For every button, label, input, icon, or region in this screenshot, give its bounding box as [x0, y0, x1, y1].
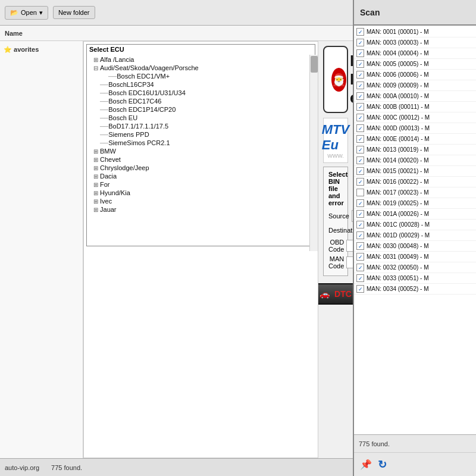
tree-leaf-bosch-edc15[interactable]: - ── Bosch EDC1 /VM+	[99, 72, 311, 80]
pin-icon[interactable]: 📌	[360, 459, 372, 470]
scan-checkbox[interactable]: ✓	[356, 114, 364, 121]
tree-node-alfa[interactable]: ⊞ Alfa /Lancia	[90, 55, 311, 64]
scan-list-item[interactable]: ✓MAN: 001C (00028) - M	[354, 220, 476, 230]
tree-node-chrysler[interactable]: ⊞ Chrysl odge/Jeep	[90, 164, 311, 172]
scan-header: Scan	[354, 0, 476, 26]
scan-checkbox[interactable]: ✓	[356, 49, 364, 57]
dtc-remove-button[interactable]: 🚗 DTC	[318, 283, 353, 305]
scan-checkbox[interactable]: ✓	[356, 28, 364, 36]
obd-input[interactable]	[346, 240, 353, 252]
scan-list-item[interactable]: ✓MAN: 0016 (00022) - M	[354, 177, 476, 187]
scan-checkbox[interactable]: ✓	[356, 285, 364, 293]
scan-list-item[interactable]: ✓MAN: 0001 (00001) - M	[354, 27, 476, 37]
open-button[interactable]: 📂 Open ▾	[5, 6, 48, 20]
expand-icon-audi: ⊟	[92, 65, 100, 71]
scan-list-item[interactable]: ✓MAN: 0005 (00005) - M	[354, 59, 476, 70]
scan-item-text: MAN: 0015 (00021) - M	[367, 168, 474, 174]
scan-checkbox[interactable]: ✓	[356, 124, 364, 132]
tree-scrollbar[interactable]	[309, 55, 318, 251]
scan-list-item[interactable]: ✓MAN: 0009 (00009) - M	[354, 80, 476, 91]
tree-leaf-simos-pcr[interactable]: ── Sieme Simos PCR2.1	[99, 139, 311, 147]
tree-node-dacia[interactable]: ⊞ Dacia	[90, 172, 311, 180]
scan-list-item[interactable]: ✓MAN: 0019 (00025) - M	[354, 198, 476, 209]
scan-list-item[interactable]: MAN: 0017 (00023) - M	[354, 187, 476, 198]
refresh-icon[interactable]: ↻	[378, 458, 387, 471]
destination-label: Destination	[328, 227, 353, 234]
tree-node-audi[interactable]: ⊟ Audi/Seat/Skoda/Vo agen/Porsche	[90, 64, 311, 72]
tree-leaf-siemens-ppd[interactable]: ── Siemens PPD	[99, 130, 311, 139]
tree-leaf-bosch-edc17cp[interactable]: ── Bosch EDC1 P14/CP20	[99, 105, 311, 114]
scan-checkbox[interactable]: ✓	[356, 264, 364, 271]
scan-list-item[interactable]: ✓MAN: 000E (00014) - M	[354, 134, 476, 145]
scan-list-item[interactable]: ✓MAN: 0034 (00052) - M	[354, 284, 476, 295]
scan-checkbox[interactable]: ✓	[356, 199, 364, 207]
scan-checkbox[interactable]: ✓	[356, 71, 364, 79]
expand-icon-bmw: ⊞	[92, 148, 100, 155]
tree-leaf-bosch-17[interactable]: ── Bo D17.1/17.1.1/17.5	[99, 122, 311, 130]
scan-list-item[interactable]: ✓MAN: 000B (00011) - M	[354, 102, 476, 112]
tree-leaf-bosch-ul16[interactable]: ── Bosch L16CP34	[99, 80, 311, 89]
obd-row: OBD Code	[328, 239, 343, 253]
scan-list-item[interactable]: ✓MAN: 001A (00026) - M	[354, 209, 476, 220]
scan-item-text: MAN: 0017 (00023) - M	[367, 189, 474, 196]
tree-leaf-bosch-edc17c46[interactable]: ── Bosch EDC17C46	[99, 97, 311, 105]
scan-item-text: MAN: 0006 (00006) - M	[367, 71, 474, 78]
scan-checkbox[interactable]: ✓	[356, 146, 364, 154]
scan-checkbox[interactable]: ✓	[356, 210, 364, 218]
scan-list-item[interactable]: ✓MAN: 000D (00013) - M	[354, 123, 476, 134]
scan-checkbox[interactable]: ✓	[356, 135, 364, 143]
ecu-tree[interactable]: ⊞ Alfa /Lancia ⊟ Audi/Seat/Skoda/Vo agen…	[89, 54, 312, 245]
scan-checkbox[interactable]: ✓	[356, 274, 364, 282]
man-input[interactable]	[346, 256, 353, 268]
scan-checkbox[interactable]: ✓	[356, 156, 364, 164]
scan-checkbox[interactable]: ✓	[356, 92, 364, 100]
scan-checkbox[interactable]: ✓	[356, 231, 364, 239]
scan-checkbox[interactable]: ✓	[356, 242, 364, 250]
new-folder-button[interactable]: New folder	[53, 6, 95, 19]
scan-checkbox[interactable]: ✓	[356, 60, 364, 68]
scan-list-item[interactable]: ✓MAN: 0032 (00050) - M	[354, 262, 476, 273]
main-window: 📂 Open ▾ New folder Name ⭐ avorites Sele…	[0, 0, 353, 476]
content-area: ⭐ avorites Select ECU ⊞ Alfa /Lancia ⊟ A…	[0, 41, 353, 458]
scan-list-item[interactable]: ✓MAN: 0030 (00048) - M	[354, 241, 476, 252]
scan-list-item[interactable]: ✓MAN: 001D (00029) - M	[354, 230, 476, 241]
scan-list[interactable]: ✓MAN: 0001 (00001) - M✓MAN: 0003 (00003)…	[354, 26, 476, 434]
scan-checkbox[interactable]: ✓	[356, 253, 364, 261]
scan-item-text: MAN: 001A (00026) - M	[367, 211, 474, 217]
destination-row: Destination ...	[328, 224, 343, 236]
tree-node-iveco[interactable]: ⊞ Ivec	[90, 197, 311, 205]
scan-list-item[interactable]: ✓MAN: 0033 (00051) - M	[354, 273, 476, 284]
scan-checkbox[interactable]: ✓	[356, 178, 364, 186]
scan-checkbox[interactable]: ✓	[356, 39, 364, 46]
scan-list-item[interactable]: ✓MAN: 0013 (00019) - M	[354, 145, 476, 155]
scan-item-text: MAN: 0009 (00009) - M	[367, 82, 474, 89]
scan-checkbox[interactable]: ✓	[356, 167, 364, 175]
tree-node-bmw[interactable]: ⊞ BMW	[90, 147, 311, 155]
scan-item-text: MAN: 0030 (00048) - M	[367, 243, 474, 249]
scan-item-text: MAN: 0014 (00020) - M	[367, 157, 474, 164]
scan-list-item[interactable]: ✓MAN: 0006 (00006) - M	[354, 70, 476, 80]
scan-checkbox[interactable]	[356, 189, 364, 196]
tree-leaf-bosch-eu[interactable]: ── Bosch EU	[99, 114, 311, 122]
tree-node-ford[interactable]: ⊞ For	[90, 180, 311, 189]
scan-item-text: MAN: 0034 (00052) - M	[367, 286, 474, 292]
tree-node-hyundai[interactable]: ⊞ Hyund /Kia	[90, 189, 311, 197]
scan-list-item[interactable]: ✓MAN: 0004 (00004) - M	[354, 48, 476, 59]
scan-checkbox[interactable]: ✓	[356, 221, 364, 228]
tree-node-chevrolet[interactable]: ⊞ Chev et	[90, 155, 311, 164]
open-dropdown-arrow[interactable]: ▾	[39, 9, 43, 17]
scan-list-item[interactable]: ✓MAN: 000C (00012) - M	[354, 112, 476, 123]
scan-list-item[interactable]: ✓MAN: 000A (00010) - M	[354, 91, 476, 102]
scan-list-item[interactable]: ✓MAN: 0014 (00020) - M	[354, 155, 476, 166]
scan-bottom-icons: 📌 ↻	[354, 452, 476, 476]
tree-leaf-bosch-edc16u1[interactable]: ── Bosch EDC16U1/U31/U34	[99, 89, 311, 97]
scan-list-item[interactable]: ✓MAN: 0031 (00049) - M	[354, 252, 476, 262]
tree-node-jaguar[interactable]: ⊞ Ja uar	[90, 205, 311, 214]
scan-item-text: MAN: 0032 (00050) - M	[367, 264, 474, 271]
scan-list-item[interactable]: ✓MAN: 0003 (00003) - M	[354, 37, 476, 48]
scan-checkbox[interactable]: ✓	[356, 103, 364, 111]
scan-list-item[interactable]: ✓MAN: 0015 (00021) - M	[354, 166, 476, 177]
dtc-btn-label: DTC	[334, 289, 352, 299]
scan-item-text: MAN: 0004 (00004) - M	[367, 50, 474, 57]
scan-checkbox[interactable]: ✓	[356, 82, 364, 89]
